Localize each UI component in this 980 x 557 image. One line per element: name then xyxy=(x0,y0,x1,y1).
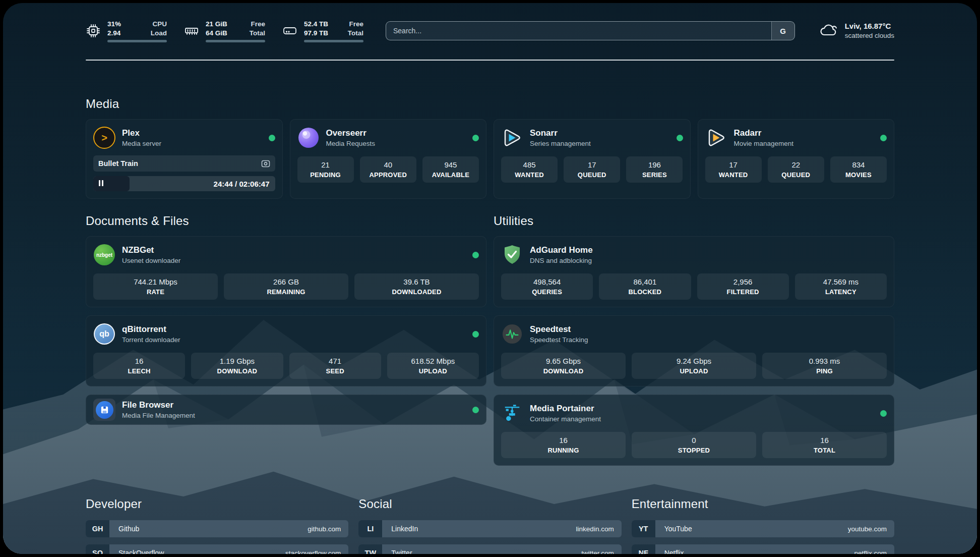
stat-leech: 16 LEECH xyxy=(93,353,185,379)
documents-column: Documents & Files nzbget NZBGet Usenet d… xyxy=(86,214,486,433)
bookmark-youtube[interactable]: YT YouTube youtube.com xyxy=(632,520,894,537)
status-dot xyxy=(677,135,683,141)
service-name: Sonarr xyxy=(530,128,591,138)
playback-time: 24:44 / 02:06:47 xyxy=(214,180,275,188)
dashboard-frame: 31% CPU 2.94 Load xyxy=(3,3,977,554)
filebrowser-icon xyxy=(93,399,115,421)
status-dot xyxy=(880,135,887,141)
bookmark-name: Github xyxy=(118,525,139,533)
bookmark-url: youtube.com xyxy=(848,525,894,533)
bookmark-group-developer: Developer GH Github github.com SO StackO… xyxy=(86,497,348,554)
service-name: qBittorrent xyxy=(122,324,180,335)
stat-pending: 21 PENDING xyxy=(297,156,354,183)
disk-progress-track xyxy=(304,40,363,42)
service-description: Movie management xyxy=(734,140,794,147)
stat-rate: 744.21 Mbps RATE xyxy=(93,273,218,300)
stat-wanted: 17 WANTED xyxy=(705,156,762,183)
bookmark-name: Netflix xyxy=(664,549,684,554)
bookmark-twitter[interactable]: TW Twitter twitter.com xyxy=(358,544,621,554)
disk-total-value: 97.9 TB xyxy=(304,29,337,37)
topbar: 31% CPU 2.94 Load xyxy=(86,18,894,43)
bookmark-abbr: NF xyxy=(632,544,655,554)
bookmark-url: netflix.com xyxy=(854,549,894,554)
stat-download: 9.65 Gbps DOWNLOAD xyxy=(501,353,626,379)
service-name: Media Portainer xyxy=(530,404,601,414)
qbittorrent-icon: qb xyxy=(93,323,115,345)
cpu-icon xyxy=(86,23,101,38)
service-card-adguard[interactable]: AdGuard Home DNS and adblocking 498,564 … xyxy=(494,236,894,307)
overseerr-icon xyxy=(297,127,320,149)
speedtest-icon xyxy=(501,323,523,345)
nzbget-icon: nzbget xyxy=(93,244,115,266)
service-description: Container management xyxy=(530,415,601,423)
stat-available: 945 AVAILABLE xyxy=(422,156,479,183)
disk-total-label: Total xyxy=(348,29,363,37)
sonarr-icon xyxy=(501,127,523,149)
bookmark-netflix[interactable]: NF Netflix netflix.com xyxy=(632,544,894,554)
memory-progress-track xyxy=(206,40,265,42)
disk-free-value: 52.4 TB xyxy=(304,20,337,28)
utilities-column: Utilities xyxy=(494,214,894,474)
bookmark-abbr: YT xyxy=(632,520,655,537)
stat-approved: 40 APPROVED xyxy=(360,156,416,183)
weather-condition: scattered clouds xyxy=(845,31,894,40)
service-description: Media server xyxy=(122,140,161,147)
stat-running: 16 RUNNING xyxy=(501,432,626,458)
status-dot xyxy=(472,331,479,338)
stat-stopped: 0 STOPPED xyxy=(632,432,756,458)
media-grid: > Plex Media server Bullet Train xyxy=(86,119,894,199)
stat-upload: 618.52 Mbps UPLOAD xyxy=(387,353,479,379)
service-name: Radarr xyxy=(734,128,794,138)
weather-widget: Lviv, 16.87°C scattered clouds xyxy=(818,21,894,40)
playback-progress-track[interactable]: 24:44 / 02:06:47 xyxy=(93,176,275,191)
bookmark-url: twitter.com xyxy=(581,549,622,554)
stat-series: 196 SERIES xyxy=(626,156,683,183)
stat-latency: 47.569 ms LATENCY xyxy=(795,273,887,300)
service-card-radarr[interactable]: Radarr Movie management 17 WANTED 22 QUE… xyxy=(698,119,895,199)
portainer-icon xyxy=(501,402,523,424)
cpu-usage-value: 31% xyxy=(107,20,140,28)
bookmark-abbr: LI xyxy=(358,520,382,537)
service-description: Media File Management xyxy=(122,412,195,419)
bookmark-github[interactable]: GH Github github.com xyxy=(86,520,348,537)
cpu-load-label: Load xyxy=(151,29,167,37)
service-card-plex[interactable]: > Plex Media server Bullet Train xyxy=(86,119,283,199)
service-card-overseerr[interactable]: Overseerr Media Requests 21 PENDING 40 A… xyxy=(290,119,487,199)
pause-icon[interactable] xyxy=(99,179,105,188)
bookmark-stackoverflow[interactable]: SO StackOverflow stackoverflow.com xyxy=(86,544,348,554)
stat-filtered: 2,956 FILTERED xyxy=(697,273,789,300)
section-title-entertainment: Entertainment xyxy=(632,497,894,511)
bookmark-group-entertainment: Entertainment YT YouTube youtube.com NF … xyxy=(632,497,894,554)
disk-widget: 52.4 TB Free 97.9 TB Total xyxy=(282,20,363,42)
bookmark-name: YouTube xyxy=(664,525,692,533)
stat-queued: 22 QUEUED xyxy=(768,156,824,183)
section-title-utilities: Utilities xyxy=(494,214,894,228)
stat-seed: 471 SEED xyxy=(289,353,381,379)
stat-movies: 834 MOVIES xyxy=(830,156,887,183)
cpu-label: CPU xyxy=(151,20,167,28)
section-title-documents: Documents & Files xyxy=(86,214,486,228)
now-playing-title: Bullet Train xyxy=(98,159,138,168)
topbar-divider xyxy=(86,60,894,61)
service-name: Speedtest xyxy=(530,324,588,335)
stat-downloaded: 39.6 TB DOWNLOADED xyxy=(354,273,479,300)
service-card-portainer[interactable]: Media Portainer Container management 16 … xyxy=(494,395,894,466)
bookmark-abbr: TW xyxy=(358,544,382,554)
service-card-speedtest[interactable]: Speedtest Speedtest Tracking 9.65 Gbps D… xyxy=(494,315,894,386)
radarr-icon xyxy=(705,127,727,149)
service-card-nzbget[interactable]: nzbget NZBGet Usenet downloader 744.21 M… xyxy=(86,236,486,307)
service-card-qbittorrent[interactable]: qb qBittorrent Torrent downloader 16 LEE… xyxy=(86,315,486,386)
bookmark-name: Twitter xyxy=(391,549,412,554)
service-card-filebrowser[interactable]: File Browser Media File Management xyxy=(86,395,486,425)
search-provider-button[interactable]: G xyxy=(771,22,794,40)
service-description: Media Requests xyxy=(326,140,376,147)
search-input[interactable] xyxy=(386,21,795,40)
view-icon[interactable] xyxy=(261,160,270,168)
memory-total-value: 64 GiB xyxy=(206,29,238,37)
service-card-sonarr[interactable]: Sonarr Series management 485 WANTED 17 Q… xyxy=(494,119,691,199)
bookmark-linkedin[interactable]: LI LinkedIn linkedin.com xyxy=(358,520,621,537)
memory-icon xyxy=(184,23,199,38)
status-dot xyxy=(472,407,479,413)
bookmark-url: linkedin.com xyxy=(576,525,622,533)
plex-icon: > xyxy=(93,127,115,149)
